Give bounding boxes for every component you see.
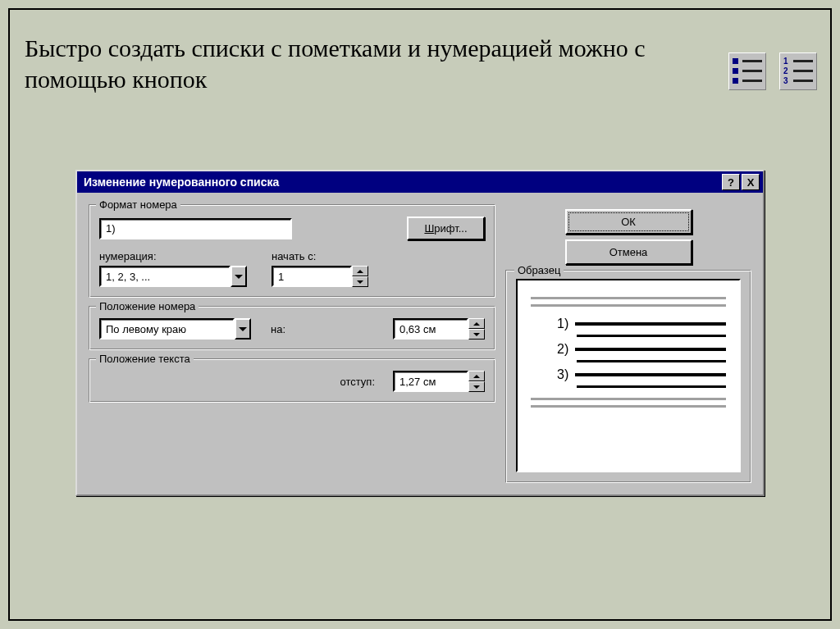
number-position-group: Положение номера По левому краю на: 0,63… <box>89 306 495 350</box>
alignment-dropdown[interactable]: По левому краю <box>99 318 251 340</box>
group-legend: Положение номера <box>96 300 199 312</box>
bulleted-list-icon <box>733 57 762 86</box>
group-legend: Формат номера <box>96 198 180 211</box>
start-at-label: начать с: <box>272 250 368 262</box>
numbering-dropdown[interactable]: 1, 2, 3, ... <box>99 266 247 287</box>
spinner-up-icon[interactable] <box>468 318 485 329</box>
at-label: на: <box>271 323 285 335</box>
number-format-group: Формат номера 1) Шрифт... нумерация: <box>89 204 495 298</box>
preview-group: Образец 1) 2) 3) <box>505 270 751 483</box>
slide: Быстро создать списки с пометками и нуме… <box>8 8 832 621</box>
preview-content: 1) 2) 3) <box>516 279 741 472</box>
dialog-titlebar: Изменение нумерованного списка ? X <box>77 171 763 193</box>
numbered-list-button[interactable]: 1 2 3 <box>779 52 817 90</box>
chevron-down-icon[interactable] <box>235 318 251 340</box>
chevron-down-icon[interactable] <box>231 266 247 287</box>
spinner-up-icon[interactable] <box>352 266 368 276</box>
help-button[interactable]: ? <box>722 174 740 190</box>
spinner-down-icon[interactable] <box>468 329 485 340</box>
ok-button[interactable]: ОК <box>565 209 692 235</box>
dialog-title: Изменение нумерованного списка <box>84 175 720 189</box>
group-legend: Положение текста <box>96 353 194 365</box>
cancel-button[interactable]: Отмена <box>565 239 692 265</box>
preview-number: 1) <box>557 317 568 331</box>
numbered-list-icon: 1 2 3 <box>783 57 813 86</box>
text-position-group: Положение текста отступ: 1,27 см <box>89 358 495 403</box>
spinner-down-icon[interactable] <box>468 381 485 392</box>
preview-number: 3) <box>557 367 568 382</box>
dialog-body: Формат номера 1) Шрифт... нумерация: <box>77 193 763 495</box>
indent-label: отступ: <box>340 376 375 388</box>
numbering-label: нумерация: <box>99 250 247 262</box>
spinner-down-icon[interactable] <box>352 276 368 287</box>
close-button[interactable]: X <box>742 174 760 190</box>
preview-legend: Образец <box>514 264 564 276</box>
font-button[interactable]: Шрифт... <box>407 217 485 240</box>
list-toolbar-icons: 1 2 3 <box>728 52 817 90</box>
preview-number: 2) <box>557 342 568 357</box>
bulleted-list-button[interactable] <box>728 52 766 90</box>
at-spinner[interactable]: 0,63 см <box>393 318 485 340</box>
number-format-input[interactable]: 1) <box>99 218 292 239</box>
numbered-list-dialog: Изменение нумерованного списка ? X Форма… <box>75 170 765 496</box>
start-at-spinner[interactable]: 1 <box>272 266 368 287</box>
indent-spinner[interactable]: 1,27 см <box>393 371 485 392</box>
spinner-up-icon[interactable] <box>468 371 485 381</box>
headline-text: Быстро создать списки с пометками и нуме… <box>25 33 722 94</box>
